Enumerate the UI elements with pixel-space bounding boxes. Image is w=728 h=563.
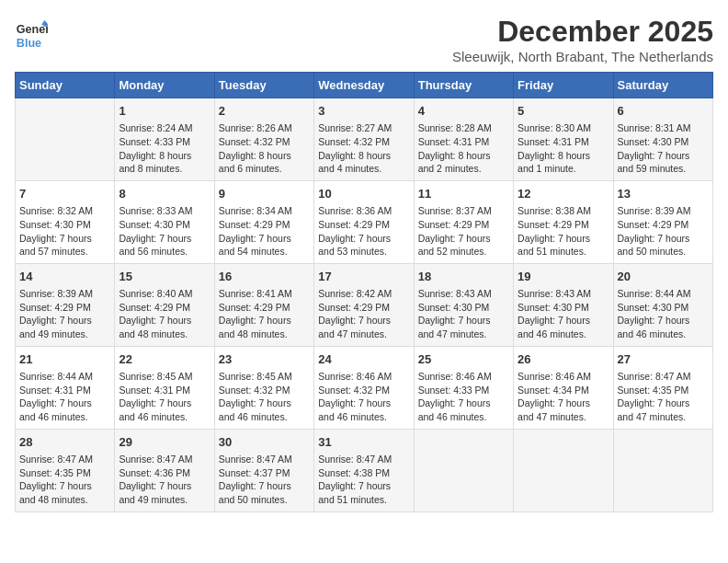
table-row: 13Sunrise: 8:39 AMSunset: 4:29 PMDayligh…: [613, 180, 712, 263]
table-row: 26Sunrise: 8:46 AMSunset: 4:34 PMDayligh…: [514, 346, 613, 429]
day-info: Sunrise: 8:37 AMSunset: 4:29 PMDaylight:…: [418, 204, 509, 259]
table-row: 22Sunrise: 8:45 AMSunset: 4:31 PMDayligh…: [115, 346, 214, 429]
calendar-week-row: 14Sunrise: 8:39 AMSunset: 4:29 PMDayligh…: [16, 263, 713, 346]
day-number: 17: [318, 269, 409, 285]
day-number: 23: [219, 351, 310, 368]
col-wednesday: Wednesday: [314, 73, 414, 98]
page-header: General Blue December 2025 Sleeuwijk, No…: [15, 15, 713, 64]
day-number: 4: [418, 103, 509, 120]
calendar-week-row: 7Sunrise: 8:32 AMSunset: 4:30 PMDaylight…: [16, 180, 713, 263]
table-row: 15Sunrise: 8:40 AMSunset: 4:29 PMDayligh…: [115, 263, 214, 346]
table-row: 19Sunrise: 8:43 AMSunset: 4:30 PMDayligh…: [514, 263, 613, 346]
day-info: Sunrise: 8:32 AMSunset: 4:30 PMDaylight:…: [19, 204, 110, 259]
day-info: Sunrise: 8:43 AMSunset: 4:30 PMDaylight:…: [518, 287, 609, 341]
day-info: Sunrise: 8:46 AMSunset: 4:33 PMDaylight:…: [418, 370, 509, 424]
table-row: 1Sunrise: 8:24 AMSunset: 4:33 PMDaylight…: [115, 98, 214, 181]
day-info: Sunrise: 8:47 AMSunset: 4:35 PMDaylight:…: [19, 453, 110, 507]
table-row: 18Sunrise: 8:43 AMSunset: 4:30 PMDayligh…: [414, 263, 513, 346]
table-row: 12Sunrise: 8:38 AMSunset: 4:29 PMDayligh…: [514, 180, 613, 263]
day-info: Sunrise: 8:27 AMSunset: 4:32 PMDaylight:…: [318, 121, 409, 176]
table-row: [613, 429, 712, 511]
day-number: 28: [19, 434, 110, 451]
table-row: 3Sunrise: 8:27 AMSunset: 4:32 PMDaylight…: [314, 98, 414, 181]
day-number: 14: [19, 269, 110, 285]
day-info: Sunrise: 8:30 AMSunset: 4:31 PMDaylight:…: [518, 121, 609, 176]
location-title: Sleeuwijk, North Brabant, The Netherland…: [452, 49, 713, 64]
day-number: 6: [618, 103, 709, 120]
table-row: 2Sunrise: 8:26 AMSunset: 4:32 PMDaylight…: [214, 98, 313, 181]
table-row: 21Sunrise: 8:44 AMSunset: 4:31 PMDayligh…: [16, 346, 115, 429]
table-row: 8Sunrise: 8:33 AMSunset: 4:30 PMDaylight…: [115, 180, 214, 263]
day-number: 18: [418, 269, 509, 285]
day-number: 1: [119, 103, 210, 120]
day-info: Sunrise: 8:46 AMSunset: 4:32 PMDaylight:…: [318, 370, 409, 424]
logo: General Blue: [15, 18, 51, 52]
day-number: 29: [119, 434, 210, 451]
day-info: Sunrise: 8:47 AMSunset: 4:37 PMDaylight:…: [219, 453, 310, 507]
day-number: 20: [618, 269, 709, 285]
day-info: Sunrise: 8:42 AMSunset: 4:29 PMDaylight:…: [318, 287, 409, 341]
table-row: [16, 98, 115, 181]
day-info: Sunrise: 8:45 AMSunset: 4:31 PMDaylight:…: [119, 370, 210, 424]
day-number: 3: [318, 103, 409, 120]
table-row: 14Sunrise: 8:39 AMSunset: 4:29 PMDayligh…: [16, 263, 115, 346]
day-info: Sunrise: 8:34 AMSunset: 4:29 PMDaylight:…: [219, 204, 310, 259]
day-number: 8: [119, 186, 210, 202]
table-row: [414, 429, 513, 511]
day-info: Sunrise: 8:33 AMSunset: 4:30 PMDaylight:…: [119, 204, 210, 259]
day-info: Sunrise: 8:36 AMSunset: 4:29 PMDaylight:…: [318, 204, 409, 259]
table-row: 5Sunrise: 8:30 AMSunset: 4:31 PMDaylight…: [514, 98, 613, 181]
svg-text:Blue: Blue: [17, 37, 41, 50]
table-row: 25Sunrise: 8:46 AMSunset: 4:33 PMDayligh…: [414, 346, 513, 429]
day-info: Sunrise: 8:40 AMSunset: 4:29 PMDaylight:…: [119, 287, 210, 341]
day-number: 27: [618, 351, 709, 368]
day-number: 16: [219, 269, 310, 285]
calendar-week-row: 21Sunrise: 8:44 AMSunset: 4:31 PMDayligh…: [16, 346, 713, 429]
day-info: Sunrise: 8:47 AMSunset: 4:35 PMDaylight:…: [618, 370, 709, 424]
day-number: 9: [219, 186, 310, 202]
day-info: Sunrise: 8:46 AMSunset: 4:34 PMDaylight:…: [518, 370, 609, 424]
calendar-week-row: 1Sunrise: 8:24 AMSunset: 4:33 PMDaylight…: [16, 98, 713, 181]
table-row: 23Sunrise: 8:45 AMSunset: 4:32 PMDayligh…: [214, 346, 313, 429]
day-info: Sunrise: 8:45 AMSunset: 4:32 PMDaylight:…: [219, 370, 310, 424]
day-info: Sunrise: 8:38 AMSunset: 4:29 PMDaylight:…: [518, 204, 609, 259]
table-row: 10Sunrise: 8:36 AMSunset: 4:29 PMDayligh…: [314, 180, 414, 263]
day-info: Sunrise: 8:44 AMSunset: 4:31 PMDaylight:…: [19, 370, 110, 424]
day-number: 30: [219, 434, 310, 451]
day-info: Sunrise: 8:31 AMSunset: 4:30 PMDaylight:…: [618, 121, 709, 176]
month-title: December 2025: [452, 15, 713, 49]
col-saturday: Saturday: [613, 73, 712, 98]
day-info: Sunrise: 8:43 AMSunset: 4:30 PMDaylight:…: [418, 287, 509, 341]
col-friday: Friday: [514, 73, 613, 98]
logo-icon: General Blue: [15, 18, 48, 52]
col-monday: Monday: [115, 73, 214, 98]
table-row: 30Sunrise: 8:47 AMSunset: 4:37 PMDayligh…: [214, 429, 313, 511]
day-number: 26: [518, 351, 609, 368]
table-row: 27Sunrise: 8:47 AMSunset: 4:35 PMDayligh…: [613, 346, 712, 429]
table-row: 28Sunrise: 8:47 AMSunset: 4:35 PMDayligh…: [16, 429, 115, 511]
table-row: 7Sunrise: 8:32 AMSunset: 4:30 PMDaylight…: [16, 180, 115, 263]
day-info: Sunrise: 8:24 AMSunset: 4:33 PMDaylight:…: [119, 121, 210, 176]
table-row: 11Sunrise: 8:37 AMSunset: 4:29 PMDayligh…: [414, 180, 513, 263]
day-info: Sunrise: 8:26 AMSunset: 4:32 PMDaylight:…: [219, 121, 310, 176]
day-number: 24: [318, 351, 409, 368]
day-number: 10: [318, 186, 409, 202]
day-number: 22: [119, 351, 210, 368]
day-number: 12: [518, 186, 609, 202]
table-row: 6Sunrise: 8:31 AMSunset: 4:30 PMDaylight…: [613, 98, 712, 181]
svg-text:General: General: [17, 23, 48, 36]
table-row: [514, 429, 613, 511]
day-number: 15: [119, 269, 210, 285]
table-row: 16Sunrise: 8:41 AMSunset: 4:29 PMDayligh…: [214, 263, 313, 346]
calendar-week-row: 28Sunrise: 8:47 AMSunset: 4:35 PMDayligh…: [16, 429, 713, 511]
col-sunday: Sunday: [16, 73, 115, 98]
day-number: 13: [618, 186, 709, 202]
day-info: Sunrise: 8:39 AMSunset: 4:29 PMDaylight:…: [618, 204, 709, 259]
col-thursday: Thursday: [414, 73, 513, 98]
day-number: 19: [518, 269, 609, 285]
day-number: 7: [19, 186, 110, 202]
day-number: 5: [518, 103, 609, 120]
table-row: 20Sunrise: 8:44 AMSunset: 4:30 PMDayligh…: [613, 263, 712, 346]
table-row: 24Sunrise: 8:46 AMSunset: 4:32 PMDayligh…: [314, 346, 414, 429]
day-info: Sunrise: 8:44 AMSunset: 4:30 PMDaylight:…: [618, 287, 709, 341]
